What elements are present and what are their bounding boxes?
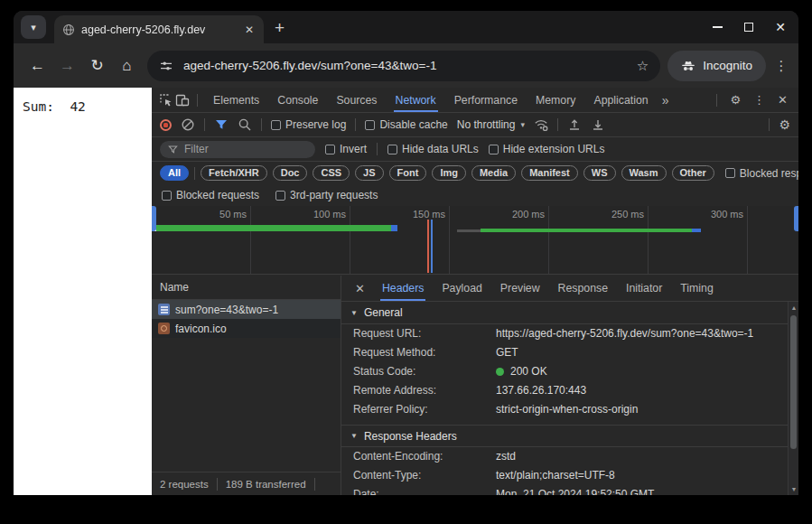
- waterfall-bar-favicon[interactable]: [481, 229, 692, 232]
- minimize-icon[interactable]: [713, 26, 723, 28]
- tab-close-icon[interactable]: ✕: [243, 23, 256, 36]
- hide-extension-urls-checkbox[interactable]: Hide extension URLs: [489, 143, 605, 155]
- invert-checkbox[interactable]: Invert: [325, 143, 367, 155]
- preserve-log-checkbox[interactable]: Preserve log: [271, 118, 346, 131]
- checkbox[interactable]: [275, 191, 285, 201]
- chip-manifest[interactable]: Manifest: [521, 165, 578, 181]
- new-tab-button[interactable]: +: [275, 16, 285, 40]
- checkbox[interactable]: [489, 145, 499, 154]
- dom-content-loaded-marker: [431, 220, 433, 273]
- tab-title: aged-cherry-5206.fly.dev: [81, 23, 237, 36]
- name-column-header[interactable]: Name: [152, 276, 341, 300]
- chip-wasm[interactable]: Wasm: [621, 165, 667, 181]
- browser-menu-icon[interactable]: ⋮: [773, 58, 789, 74]
- maximize-icon[interactable]: [744, 23, 753, 32]
- filter-icon[interactable]: [214, 117, 229, 132]
- import-har-icon[interactable]: [567, 117, 582, 132]
- address-bar[interactable]: aged-cherry-5206.fly.dev/sum?one=43&two=…: [147, 51, 660, 81]
- header-row: Content-Type: text/plain;charset=UTF-8: [341, 466, 788, 485]
- response-headers-section-header[interactable]: ▼ Response Headers: [341, 425, 788, 447]
- tab-memory[interactable]: Memory: [527, 88, 583, 112]
- network-conditions-icon[interactable]: [534, 117, 548, 132]
- general-section-header[interactable]: ▼ General: [341, 302, 788, 324]
- filter-input[interactable]: Filter: [160, 141, 315, 158]
- header-key: Remote Address:: [353, 384, 496, 398]
- detail-close-icon[interactable]: ✕: [348, 282, 372, 295]
- checkbox[interactable]: [271, 120, 281, 130]
- record-network-log-icon[interactable]: [160, 119, 172, 131]
- chip-img[interactable]: Img: [432, 165, 466, 181]
- overview-right-handle[interactable]: [794, 206, 798, 231]
- tab-elements[interactable]: Elements: [205, 88, 267, 112]
- chip-css[interactable]: CSS: [313, 165, 350, 181]
- tab-timing[interactable]: Timing: [672, 276, 721, 301]
- throttling-dropdown[interactable]: No throttling ▾: [457, 118, 525, 131]
- inspect-element-icon[interactable]: [159, 93, 173, 108]
- tab-initiator[interactable]: Initiator: [618, 276, 670, 301]
- request-row-sum[interactable]: sum?one=43&two=-1: [152, 300, 341, 319]
- tab-headers[interactable]: Headers: [374, 276, 432, 301]
- overview-left-handle[interactable]: [152, 206, 156, 231]
- tab-response[interactable]: Response: [550, 276, 616, 301]
- tab-search-button[interactable]: ▾: [21, 15, 46, 39]
- network-overview-timeline[interactable]: 50 ms 100 ms 150 ms 200 ms 250 ms 300 ms: [152, 206, 798, 275]
- tab-performance[interactable]: Performance: [446, 88, 526, 112]
- tab-console[interactable]: Console: [269, 88, 326, 112]
- network-settings-gear-icon[interactable]: ⚙: [779, 117, 790, 132]
- clear-network-log-icon[interactable]: [181, 117, 195, 132]
- back-icon[interactable]: ←: [23, 57, 52, 75]
- waterfall-bar-document[interactable]: [154, 225, 397, 231]
- checkbox[interactable]: [325, 145, 335, 154]
- bookmark-star-icon[interactable]: ☆: [637, 58, 649, 74]
- scroll-up-icon[interactable]: ▲: [789, 304, 798, 311]
- site-settings-icon[interactable]: [159, 59, 173, 73]
- network-toolbar: Preserve log Disable cache No throttling…: [152, 113, 798, 137]
- checkbox[interactable]: [387, 145, 397, 154]
- device-toolbar-icon[interactable]: [175, 93, 190, 108]
- request-row-favicon[interactable]: favicon.ico: [152, 319, 341, 338]
- devtools-menu-icon[interactable]: ⋮: [753, 93, 765, 107]
- devtools-close-icon[interactable]: ✕: [778, 93, 788, 107]
- chip-ws[interactable]: WS: [583, 165, 616, 181]
- waterfall-bar-favicon-download: [692, 229, 701, 232]
- network-summary-bar: 2 requests 189 B transferred: [152, 472, 341, 495]
- scrollbar-thumb[interactable]: [790, 315, 797, 449]
- chip-all[interactable]: All: [160, 165, 189, 181]
- export-har-icon[interactable]: [591, 117, 605, 132]
- reload-icon[interactable]: ↻: [82, 56, 112, 75]
- chip-js[interactable]: JS: [355, 165, 383, 181]
- more-tabs-icon[interactable]: »: [658, 93, 673, 108]
- tab-network[interactable]: Network: [387, 88, 444, 112]
- section-title: Response Headers: [364, 430, 457, 443]
- tab-payload[interactable]: Payload: [434, 276, 490, 301]
- chip-font[interactable]: Font: [389, 165, 427, 181]
- blocked-response-cookies-checkbox[interactable]: Blocked response cookies: [725, 167, 798, 180]
- third-party-requests-checkbox[interactable]: 3rd-party requests: [275, 189, 378, 201]
- home-icon[interactable]: ⌂: [112, 57, 142, 75]
- transferred-size: 189 B transferred: [226, 479, 306, 490]
- settings-gear-icon[interactable]: ⚙: [730, 93, 741, 107]
- checkbox[interactable]: [365, 120, 375, 130]
- hide-data-urls-label: Hide data URLs: [402, 143, 479, 155]
- window-close-icon[interactable]: ✕: [775, 20, 786, 34]
- blocked-requests-checkbox[interactable]: Blocked requests: [162, 189, 259, 201]
- browser-tab[interactable]: aged-cherry-5206.fly.dev ✕: [54, 15, 264, 43]
- chip-fetch-xhr[interactable]: Fetch/XHR: [201, 165, 267, 181]
- search-icon[interactable]: [238, 117, 252, 132]
- divider: [355, 118, 356, 131]
- hide-data-urls-checkbox[interactable]: Hide data URLs: [387, 143, 479, 155]
- header-value: Mon, 21 Oct 2024 19:52:50 GMT: [496, 488, 659, 495]
- chip-media[interactable]: Media: [471, 165, 516, 181]
- forward-icon[interactable]: →: [52, 57, 82, 75]
- checkbox[interactable]: [725, 168, 735, 178]
- checkbox[interactable]: [162, 191, 172, 201]
- tab-preview[interactable]: Preview: [492, 276, 548, 301]
- url-text[interactable]: aged-cherry-5206.fly.dev/sum?one=43&two=…: [183, 59, 627, 72]
- tab-sources[interactable]: Sources: [328, 88, 385, 112]
- disable-cache-checkbox[interactable]: Disable cache: [365, 118, 447, 131]
- tab-application[interactable]: Application: [585, 88, 656, 112]
- scroll-down-icon[interactable]: ▼: [789, 486, 798, 492]
- chip-doc[interactable]: Doc: [273, 165, 308, 181]
- chip-other[interactable]: Other: [672, 165, 714, 181]
- detail-scrollbar[interactable]: ▲ ▼: [788, 302, 798, 495]
